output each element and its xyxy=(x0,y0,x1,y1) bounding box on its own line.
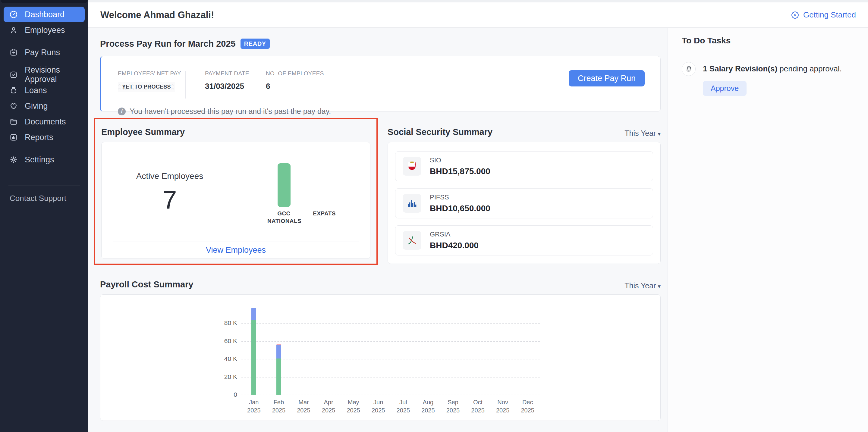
x-axis-label: Jan2025 xyxy=(247,398,261,414)
social-security-heading-row: Social Security Summary This Year▾ xyxy=(388,126,661,138)
social-security-row-grsia[interactable]: GRSIABHD420.000 xyxy=(395,225,653,256)
employee-bar xyxy=(278,163,290,207)
payrun-info-text: You haven't processed this pay run and i… xyxy=(130,107,331,116)
x-axis-label: Apr2025 xyxy=(322,398,336,414)
social-security-title: Social Security Summary xyxy=(388,126,493,138)
payrun-stat-employees-net-pay: EMPLOYEES' NET PAYYET TO PROCESS xyxy=(118,70,185,92)
pay-runs-icon xyxy=(9,48,18,57)
todo-task-body: 1 Salary Revision(s) pending approval. A… xyxy=(703,62,842,96)
x-axis-label: Jun2025 xyxy=(372,398,385,414)
sidebar-item-label: Dashboard xyxy=(25,10,64,19)
todo-task-text: 1 Salary Revision(s) pending approval. xyxy=(703,64,842,74)
payrun-stat-no-of-employees: NO. OF EMPLOYEES6 xyxy=(266,70,324,91)
sidebar-item-label: Loans xyxy=(25,86,47,95)
stat-divider xyxy=(185,71,186,99)
sidebar-item-giving[interactable]: Giving xyxy=(4,98,85,114)
sidebar-nav: DashboardEmployeesPay RunsRevisions Appr… xyxy=(0,3,88,174)
social-security-row-pifss[interactable]: PIFSSBHD10,650.000 xyxy=(395,188,653,219)
top-strip xyxy=(88,0,868,2)
sidebar-item-employees[interactable]: Employees xyxy=(4,22,85,38)
x-axis-label: Nov2025 xyxy=(496,398,510,414)
bar-area xyxy=(278,142,290,207)
employee-summary-body: Active Employees 7 GCC NATIONALSEXPATS xyxy=(101,142,370,242)
social-security-card: SIOBHD15,875.000PIFSSBHD10,650.000GRSIAB… xyxy=(388,142,661,264)
employee-summary-chart: GCC NATIONALSEXPATS xyxy=(238,142,370,242)
sidebar-item-label: Giving xyxy=(25,102,48,111)
x-axis-label: Feb2025 xyxy=(272,398,286,414)
view-employees-link[interactable]: View Employees xyxy=(206,245,266,255)
social-security-texts: GRSIABHD420.000 xyxy=(430,230,478,250)
chevron-down-icon: ▾ xyxy=(658,131,661,137)
payrun-heading: Process Pay Run for March 2025 READY xyxy=(100,38,661,49)
stat-label: NO. OF EMPLOYEES xyxy=(266,70,324,77)
payrun-title: Process Pay Run for March 2025 xyxy=(100,38,236,49)
sidebar-item-reports[interactable]: Reports xyxy=(4,130,85,145)
authority-amount: BHD420.000 xyxy=(430,241,478,250)
approve-button[interactable]: Approve xyxy=(703,81,747,96)
sidebar: DashboardEmployeesPay RunsRevisions Appr… xyxy=(0,0,88,432)
sidebar-item-label: Employees xyxy=(25,26,65,35)
sidebar-nav-group: DashboardEmployees xyxy=(4,7,85,38)
sio-logo xyxy=(403,157,421,176)
x-axis-label: Aug2025 xyxy=(421,398,435,414)
chevron-down-icon: ▾ xyxy=(658,283,661,290)
todo-panel: To Do Tasks 1 Salary Revision(s) pending… xyxy=(668,28,868,432)
social-security-range-select[interactable]: This Year▾ xyxy=(624,129,661,138)
settings-icon xyxy=(9,155,18,164)
sidebar-item-settings[interactable]: Settings xyxy=(4,152,85,167)
page-title: Welcome Ahmad Ghazali! xyxy=(100,10,214,21)
social-security-texts: PIFSSBHD10,650.000 xyxy=(430,193,490,213)
payrun-stat-payment-date: PAYMENT DATE31/03/2025 xyxy=(205,70,266,91)
active-employees-count: 7 xyxy=(162,187,177,212)
employee-category-gcc-nationals: GCC NATIONALS xyxy=(264,142,304,225)
salary-coins-icon xyxy=(682,62,695,76)
y-axis-label: 20 K xyxy=(224,373,237,380)
bar-segment-green-segment xyxy=(251,320,256,395)
active-employees-block: Active Employees 7 xyxy=(101,142,238,242)
bar-segment-pink-segment xyxy=(276,344,281,345)
loans-icon xyxy=(9,86,18,95)
payroll-cost-card: 020 K40 K60 K80 KJan2025Feb2025Mar2025Ap… xyxy=(100,294,661,421)
gridline xyxy=(241,341,540,342)
social-security-row-sio[interactable]: SIOBHD15,875.000 xyxy=(395,151,653,181)
employee-category-expats: EXPATS xyxy=(304,142,344,218)
giving-icon xyxy=(9,102,18,110)
gridline xyxy=(241,323,540,324)
sidebar-item-revisions-approval[interactable]: Revisions Approval xyxy=(4,67,85,82)
sidebar-item-label: Settings xyxy=(25,155,54,165)
sidebar-item-documents[interactable]: Documents xyxy=(4,114,85,130)
body: Process Pay Run for March 2025 READY EMP… xyxy=(88,28,868,432)
gridline xyxy=(241,359,540,359)
payroll-heading-row: Payroll Cost Summary This Year▾ xyxy=(100,279,661,290)
bar-segment-green-segment xyxy=(276,359,281,395)
stat-value: 6 xyxy=(266,81,324,91)
play-circle-icon xyxy=(790,10,800,20)
gridline xyxy=(241,395,540,395)
info-icon: i xyxy=(118,107,126,115)
authority-name: PIFSS xyxy=(430,193,490,201)
todo-task: 1 Salary Revision(s) pending approval. A… xyxy=(682,62,854,107)
dashboard-icon xyxy=(9,10,18,19)
payroll-range-select[interactable]: This Year▾ xyxy=(624,281,661,290)
contact-support-link[interactable]: Contact Support xyxy=(0,194,88,203)
sidebar-item-dashboard[interactable]: Dashboard xyxy=(4,7,85,22)
sidebar-item-pay-runs[interactable]: Pay Runs xyxy=(4,44,85,60)
x-axis-label: May2025 xyxy=(347,398,360,414)
bar-segment-blue-segment xyxy=(251,308,256,320)
stat-value: 31/03/2025 xyxy=(205,81,266,91)
category-label: GCC NATIONALS xyxy=(267,210,301,225)
todo-title: To Do Tasks xyxy=(682,36,854,46)
x-axis-label: Oct2025 xyxy=(471,398,485,414)
y-axis-label: 80 K xyxy=(224,319,237,327)
employee-summary-card: Active Employees 7 GCC NATIONALSEXPATS V… xyxy=(101,142,370,259)
sidebar-item-loans[interactable]: Loans xyxy=(4,82,85,98)
employee-summary-footer: View Employees xyxy=(113,242,359,259)
x-axis-label: Sep2025 xyxy=(446,398,460,414)
getting-started-link[interactable]: Getting Started xyxy=(790,10,856,20)
social-security-texts: SIOBHD15,875.000 xyxy=(430,156,490,176)
status-badge: READY xyxy=(241,39,270,49)
create-pay-run-button[interactable]: Create Pay Run xyxy=(569,70,645,87)
bar-segment-blue-segment xyxy=(276,345,281,359)
y-axis-label: 60 K xyxy=(224,337,237,345)
active-employees-label: Active Employees xyxy=(136,171,204,181)
